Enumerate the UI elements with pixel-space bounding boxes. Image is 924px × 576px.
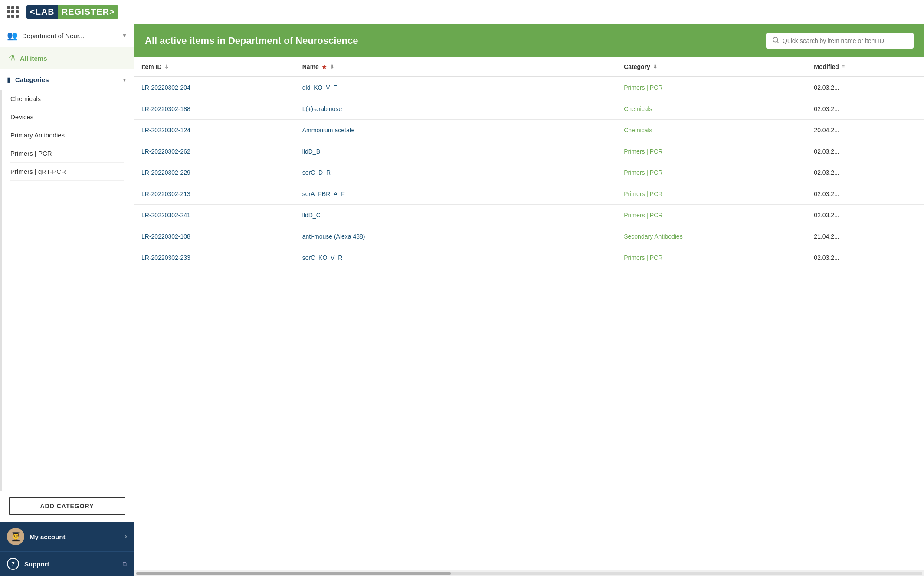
cell-item-id: LR-20220302-233	[134, 247, 295, 268]
item-name-link[interactable]: dld_KO_V_F	[302, 84, 337, 91]
item-name-link[interactable]: lldD_B	[302, 148, 320, 155]
sidebar-footer: 👨‍🎓 My account › ? Support ⧉	[0, 522, 134, 576]
cell-modified: 02.03.2...	[807, 98, 924, 120]
item-name-link[interactable]: anti-mouse (Alexa 488)	[302, 233, 365, 240]
category-link[interactable]: Chemicals	[624, 127, 652, 134]
item-id-link[interactable]: LR-20220302-204	[141, 84, 190, 91]
cell-item-id: LR-20220302-262	[134, 141, 295, 162]
cell-item-id: LR-20220302-241	[134, 205, 295, 226]
department-label: Department of Neur...	[22, 32, 122, 39]
cell-name: anti-mouse (Alexa 488)	[295, 226, 617, 247]
category-link[interactable]: Primers | PCR	[624, 190, 662, 197]
cell-name: lldD_B	[295, 141, 617, 162]
item-id-link[interactable]: LR-20220302-213	[141, 190, 190, 197]
cell-item-id: LR-20220302-213	[134, 183, 295, 205]
sidebar-category-item[interactable]: Chemicals	[10, 90, 124, 108]
category-link[interactable]: Primers | PCR	[624, 148, 662, 155]
cell-category: Primers | PCR	[617, 162, 807, 183]
category-link[interactable]: Primers | PCR	[624, 254, 662, 261]
cell-category: Primers | PCR	[617, 77, 807, 98]
item-name-link[interactable]: L(+)-arabinose	[302, 105, 342, 112]
search-box[interactable]	[766, 33, 914, 49]
main-layout: 👥 Department of Neur... ▼ ⚗ All items ▮ …	[0, 24, 924, 576]
cell-category: Secondary Antibodies	[617, 226, 807, 247]
item-id-link[interactable]: LR-20220302-124	[141, 127, 190, 134]
my-account-chevron-icon: ›	[125, 533, 127, 540]
col-header-name[interactable]: Name ★ ⇩	[295, 57, 617, 77]
support-label: Support	[24, 560, 123, 568]
item-name-link[interactable]: serC_KO_V_R	[302, 254, 343, 261]
item-name-link[interactable]: Ammonium acetate	[302, 127, 355, 134]
flask-icon: ⚗	[9, 53, 16, 63]
cell-modified: 21.04.2...	[807, 226, 924, 247]
category-link[interactable]: Chemicals	[624, 105, 652, 112]
category-link[interactable]: Primers | PCR	[624, 212, 662, 219]
department-selector[interactable]: 👥 Department of Neur... ▼	[0, 24, 134, 47]
all-items-label: All items	[20, 55, 47, 62]
items-table-container: Item ID ⇩ Name ★ ⇩	[134, 57, 924, 570]
item-id-link[interactable]: LR-20220302-188	[141, 105, 190, 112]
logo[interactable]: <LABREGISTER>	[26, 5, 118, 19]
cell-name: lldD_C	[295, 205, 617, 226]
dept-dropdown-icon: ▼	[122, 33, 127, 39]
categories-header[interactable]: ▮ Categories ▼	[0, 69, 134, 90]
bottom-scrollbar[interactable]	[134, 570, 924, 576]
department-icon: 👥	[7, 30, 18, 41]
table-row: LR-20220302-108 anti-mouse (Alexa 488) S…	[134, 226, 924, 247]
my-account-row[interactable]: 👨‍🎓 My account ›	[0, 522, 134, 552]
category-link[interactable]: Secondary Antibodies	[624, 233, 682, 240]
scrollbar-track[interactable]	[136, 572, 922, 575]
item-id-link[interactable]: LR-20220302-241	[141, 212, 190, 219]
cell-name: L(+)-arabinose	[295, 98, 617, 120]
cell-item-id: LR-20220302-204	[134, 77, 295, 98]
bookmark-icon: ▮	[7, 75, 11, 84]
sort-icon-id: ⇩	[164, 64, 169, 70]
sort-icon-category: ⇩	[653, 64, 657, 70]
sidebar-category-item[interactable]: Primers | PCR	[10, 144, 124, 163]
item-name-link[interactable]: serA_FBR_A_F	[302, 190, 345, 197]
page-title: All active items in Department of Neuros…	[145, 35, 759, 46]
categories-label: Categories	[15, 76, 122, 83]
sidebar-item-all-items[interactable]: ⚗ All items	[0, 47, 134, 69]
cell-category: Primers | PCR	[617, 247, 807, 268]
sidebar-category-item[interactable]: Primers | qRT-PCR	[10, 163, 124, 181]
col-header-modified[interactable]: Modified ≡	[807, 57, 924, 77]
sort-icon-name: ⇩	[330, 64, 334, 70]
table-header-row: Item ID ⇩ Name ★ ⇩	[134, 57, 924, 77]
logo-lab: <LAB	[26, 5, 58, 19]
col-header-category[interactable]: Category ⇩	[617, 57, 807, 77]
support-row[interactable]: ? Support ⧉	[0, 552, 134, 576]
item-name-link[interactable]: serC_D_R	[302, 169, 331, 176]
cell-item-id: LR-20220302-124	[134, 120, 295, 141]
cell-name: serC_D_R	[295, 162, 617, 183]
required-star: ★	[321, 63, 327, 70]
sidebar: 👥 Department of Neur... ▼ ⚗ All items ▮ …	[0, 24, 134, 576]
cell-category: Primers | PCR	[617, 205, 807, 226]
item-id-link[interactable]: LR-20220302-229	[141, 169, 190, 176]
cell-item-id: LR-20220302-108	[134, 226, 295, 247]
category-link[interactable]: Primers | PCR	[624, 169, 662, 176]
table-body: LR-20220302-204 dld_KO_V_F Primers | PCR…	[134, 77, 924, 268]
add-category-button[interactable]: ADD CATEGORY	[9, 497, 125, 515]
cell-category: Primers | PCR	[617, 141, 807, 162]
search-input[interactable]	[783, 37, 908, 44]
item-id-link[interactable]: LR-20220302-108	[141, 233, 190, 240]
cell-modified: 02.03.2...	[807, 77, 924, 98]
avatar: 👨‍🎓	[7, 528, 24, 545]
items-table: Item ID ⇩ Name ★ ⇩	[134, 57, 924, 268]
item-id-link[interactable]: LR-20220302-233	[141, 254, 190, 261]
sidebar-category-item[interactable]: Devices	[10, 108, 124, 126]
external-link-icon: ⧉	[123, 560, 127, 568]
item-name-link[interactable]: lldD_C	[302, 212, 321, 219]
col-header-item-id[interactable]: Item ID ⇩	[134, 57, 295, 77]
cell-category: Chemicals	[617, 120, 807, 141]
grid-menu-icon[interactable]	[7, 6, 19, 18]
item-id-link[interactable]: LR-20220302-262	[141, 148, 190, 155]
category-link[interactable]: Primers | PCR	[624, 84, 662, 91]
table-row: LR-20220302-204 dld_KO_V_F Primers | PCR…	[134, 77, 924, 98]
content-header: All active items in Department of Neuros…	[134, 24, 924, 57]
cell-modified: 20.04.2...	[807, 120, 924, 141]
scrollbar-thumb[interactable]	[136, 572, 451, 575]
table-row: LR-20220302-233 serC_KO_V_R Primers | PC…	[134, 247, 924, 268]
sidebar-category-item[interactable]: Primary Antibodies	[10, 126, 124, 144]
